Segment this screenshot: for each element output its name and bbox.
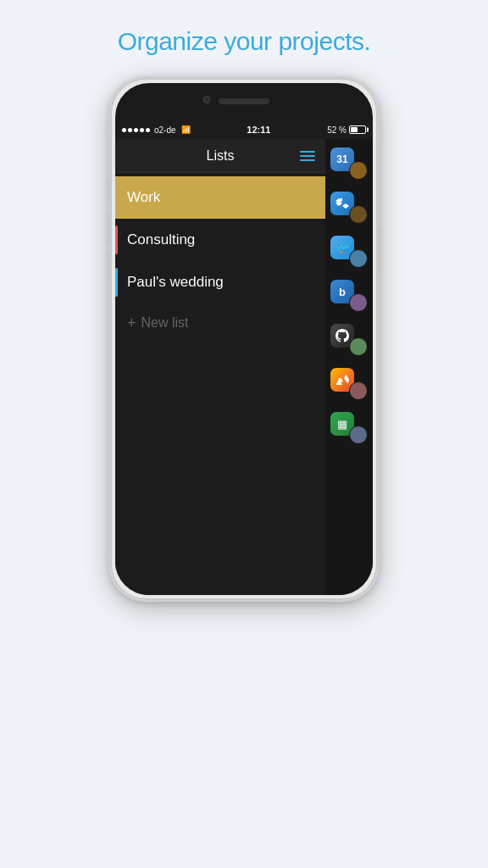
app-content: Lists Work xyxy=(115,139,373,595)
dropbox-icon xyxy=(336,197,349,210)
battery-percentage: 52 % xyxy=(327,125,347,135)
menu-line-3 xyxy=(300,159,315,161)
list-panel: Lists Work xyxy=(115,139,325,595)
sidebar-item-box[interactable]: b xyxy=(328,275,370,317)
cal-avatar xyxy=(349,161,368,180)
list-item-consulting[interactable]: Consulting xyxy=(115,219,325,261)
phone-screen: o2-de 📶 12:11 52 % Lists xyxy=(115,120,373,595)
cal-composite: 31 xyxy=(330,147,368,180)
battery-icon xyxy=(349,125,366,134)
list-item-pauls-wedding-label: Paul's wedding xyxy=(127,274,224,291)
carrier-text: o2-de xyxy=(154,125,176,135)
sheets-avatar xyxy=(349,426,368,444)
phone-inner: o2-de 📶 12:11 52 % Lists xyxy=(115,83,373,595)
list-item-consulting-label: Consulting xyxy=(127,231,195,248)
twitter-composite: 🐦 xyxy=(330,236,368,268)
github-icon xyxy=(336,329,349,342)
phone-camera xyxy=(203,96,211,103)
status-bar: o2-de 📶 12:11 52 % xyxy=(115,120,373,139)
github-composite xyxy=(330,324,368,356)
box-composite: b xyxy=(330,280,368,312)
volume-down-button xyxy=(107,252,110,282)
box-avatar xyxy=(349,293,368,312)
sidebar-item-cal[interactable]: 31 xyxy=(328,142,370,185)
power-button xyxy=(378,226,381,270)
drive-composite xyxy=(330,368,368,400)
list-item-pauls-wedding[interactable]: Paul's wedding xyxy=(115,261,325,303)
list-item-work-label: Work xyxy=(127,189,160,206)
phone-speaker xyxy=(219,98,269,104)
menu-line-1 xyxy=(300,151,315,153)
twitter-avatar xyxy=(349,249,368,268)
sheets-composite: ▦ xyxy=(330,412,368,444)
signal-dot-2 xyxy=(128,128,132,132)
wifi-icon: 📶 xyxy=(181,125,191,134)
nav-bar: Lists xyxy=(115,139,325,173)
dropbox-composite xyxy=(330,192,368,224)
new-list-label: New list xyxy=(141,315,189,331)
new-list-plus-icon: + xyxy=(127,314,136,332)
sidebar-item-dropbox[interactable] xyxy=(328,186,370,229)
sidebar-item-twitter[interactable]: 🐦 xyxy=(328,231,370,273)
dropbox-avatar xyxy=(349,205,368,224)
signal-dot-5 xyxy=(146,128,150,132)
new-list-button[interactable]: + New list xyxy=(115,303,325,342)
silent-button xyxy=(107,180,110,202)
status-time: 12:11 xyxy=(247,125,270,135)
consulting-indicator xyxy=(115,225,118,254)
signal-dot-3 xyxy=(134,128,138,132)
sidebar-panel: 31 xyxy=(325,139,373,595)
sidebar-item-github[interactable] xyxy=(328,319,370,361)
phone-shell: o2-de 📶 12:11 52 % Lists xyxy=(108,76,380,602)
battery-fill xyxy=(351,127,358,132)
drive-avatar xyxy=(349,381,368,400)
github-avatar xyxy=(349,337,368,356)
sidebar-item-sheets[interactable]: ▦ xyxy=(328,407,370,449)
list-items: Work Consulting Paul's wedding xyxy=(115,173,325,595)
sidebar-item-drive[interactable] xyxy=(328,363,370,405)
volume-up-button xyxy=(107,214,110,244)
signal-dot-4 xyxy=(140,128,144,132)
signal-dot-1 xyxy=(122,128,126,132)
list-item-work[interactable]: Work xyxy=(115,176,325,219)
drive-icon xyxy=(336,373,349,387)
headline: Organize your projects. xyxy=(118,27,371,56)
signal-dots xyxy=(122,128,150,132)
menu-button[interactable] xyxy=(300,151,315,161)
nav-title: Lists xyxy=(207,148,235,164)
pauls-wedding-indicator xyxy=(115,268,118,297)
status-left: o2-de 📶 xyxy=(122,125,191,135)
menu-line-2 xyxy=(300,155,315,157)
status-right: 52 % xyxy=(327,125,366,135)
